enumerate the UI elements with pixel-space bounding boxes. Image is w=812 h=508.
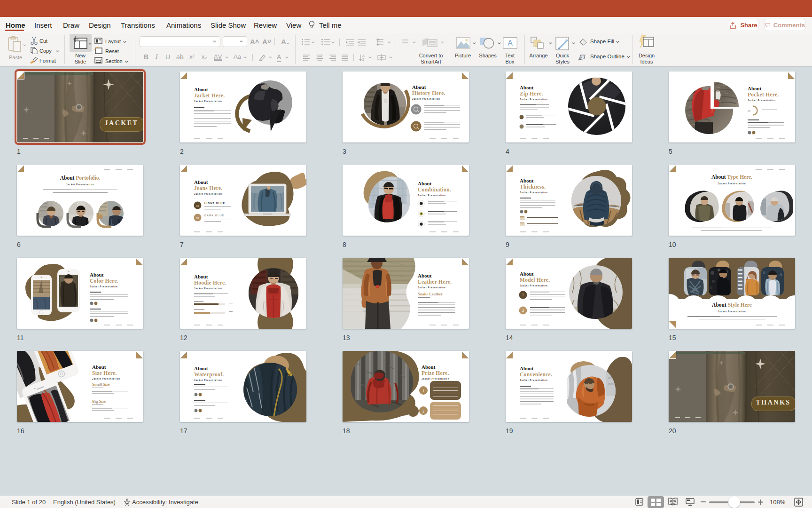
- svg-text:1: 1: [522, 293, 524, 297]
- svg-text:01: 01: [196, 205, 199, 207]
- svg-text:05: 05: [748, 110, 750, 112]
- svg-text:2: 2: [522, 309, 524, 313]
- svg-text:A: A: [508, 39, 513, 47]
- svg-text:Z: Z: [362, 58, 365, 61]
- svg-text:2: 2: [422, 409, 425, 413]
- svg-text:A: A: [362, 54, 365, 57]
- svg-text:02: 02: [196, 217, 199, 220]
- svg-text:1: 1: [422, 389, 425, 393]
